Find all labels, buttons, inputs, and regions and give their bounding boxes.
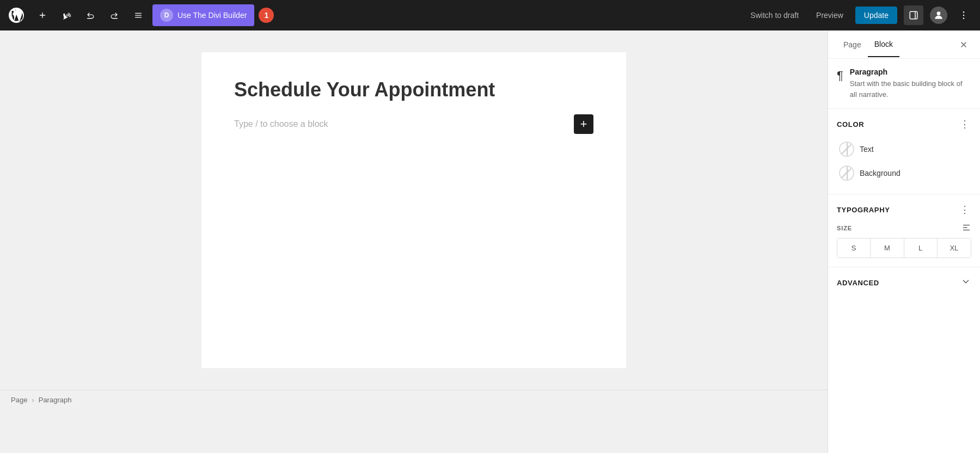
typography-section-header: Typography ⋮: [837, 203, 971, 216]
typography-section-title: Typography: [837, 206, 890, 214]
wordpress-logo[interactable]: [7, 5, 26, 25]
paragraph-icon: ¶: [837, 69, 843, 83]
list-view-button[interactable]: [128, 5, 148, 25]
main-container: Schedule Your Appointment Type / to choo…: [0, 30, 980, 453]
chevron-down-icon: [960, 276, 971, 290]
placeholder-text: Type / to choose a block: [234, 119, 328, 129]
right-sidebar: Page Block ¶ Paragraph Start with the ba…: [828, 30, 980, 453]
typography-section: Typography ⋮ SIZE S M: [828, 194, 980, 267]
add-block-inline-button[interactable]: +: [574, 114, 593, 134]
background-color-label: Background: [860, 169, 901, 177]
size-label-text: SIZE: [837, 225, 852, 231]
background-color-swatch: [839, 166, 854, 181]
paragraph-description: Start with the basic building block of a…: [850, 78, 971, 100]
svg-rect-0: [910, 11, 917, 19]
color-section: Color ⋮ Text Background: [828, 109, 980, 194]
tab-page[interactable]: Page: [837, 33, 868, 57]
toolbar: D Use The Divi Builder 1 Switch to draft…: [0, 0, 980, 30]
update-button[interactable]: Update: [855, 7, 897, 24]
size-option-m[interactable]: M: [871, 238, 904, 258]
status-bar: Page › Paragraph: [0, 390, 828, 409]
color-background-option[interactable]: Background: [837, 161, 971, 185]
breadcrumb-current: Paragraph: [39, 396, 72, 404]
more-options-button[interactable]: [954, 5, 973, 25]
size-option-s[interactable]: S: [837, 238, 871, 258]
color-section-header: Color ⋮: [837, 118, 971, 131]
paragraph-title: Paragraph: [850, 68, 971, 76]
editor-content: Schedule Your Appointment Type / to choo…: [201, 52, 626, 368]
tools-button[interactable]: [57, 5, 76, 25]
color-more-button[interactable]: ⋮: [958, 118, 971, 131]
user-avatar[interactable]: [930, 7, 947, 24]
close-sidebar-button[interactable]: [956, 37, 971, 52]
advanced-section: Advanced: [828, 267, 980, 298]
size-option-l[interactable]: L: [904, 238, 938, 258]
typography-more-button[interactable]: ⋮: [958, 203, 971, 216]
sidebar-content: ¶ Paragraph Start with the basic buildin…: [828, 59, 980, 453]
color-section-title: Color: [837, 120, 864, 128]
text-color-swatch: [839, 142, 854, 157]
svg-point-2: [937, 11, 941, 15]
undo-button[interactable]: [81, 5, 100, 25]
svg-point-5: [963, 18, 965, 20]
sidebar-tabs: Page Block: [828, 30, 980, 59]
toolbar-right: Switch to draft Preview Update: [745, 5, 973, 25]
size-option-xl[interactable]: XL: [938, 238, 971, 258]
size-controls-icon[interactable]: [961, 223, 971, 234]
editor-area: Schedule Your Appointment Type / to choo…: [0, 30, 828, 453]
text-color-label: Text: [860, 145, 874, 154]
size-label-row: SIZE: [837, 223, 971, 234]
add-block-toolbar-button[interactable]: [33, 5, 52, 25]
divi-btn-label: Use The Divi Builder: [177, 11, 247, 20]
color-text-option[interactable]: Text: [837, 137, 971, 161]
paragraph-info: ¶ Paragraph Start with the basic buildin…: [828, 59, 980, 109]
block-placeholder[interactable]: Type / to choose a block +: [234, 114, 593, 134]
tab-block[interactable]: Block: [868, 32, 899, 57]
redo-button[interactable]: [105, 5, 124, 25]
notification-badge[interactable]: 1: [259, 8, 274, 23]
advanced-header[interactable]: Advanced: [837, 276, 971, 290]
switch-to-draft-button[interactable]: Switch to draft: [745, 8, 804, 23]
breadcrumb-separator: ›: [32, 396, 34, 404]
divi-builder-button[interactable]: D Use The Divi Builder: [152, 4, 254, 26]
divi-icon: D: [160, 9, 173, 22]
preview-button[interactable]: Preview: [811, 8, 849, 23]
size-options: S M L XL: [837, 238, 971, 258]
svg-point-4: [963, 15, 965, 16]
sidebar-toggle-button[interactable]: [904, 5, 923, 25]
page-title[interactable]: Schedule Your Appointment: [234, 78, 593, 101]
svg-point-3: [963, 11, 965, 13]
paragraph-text: Paragraph Start with the basic building …: [850, 68, 971, 100]
breadcrumb-page[interactable]: Page: [11, 396, 27, 404]
advanced-title: Advanced: [837, 279, 879, 287]
